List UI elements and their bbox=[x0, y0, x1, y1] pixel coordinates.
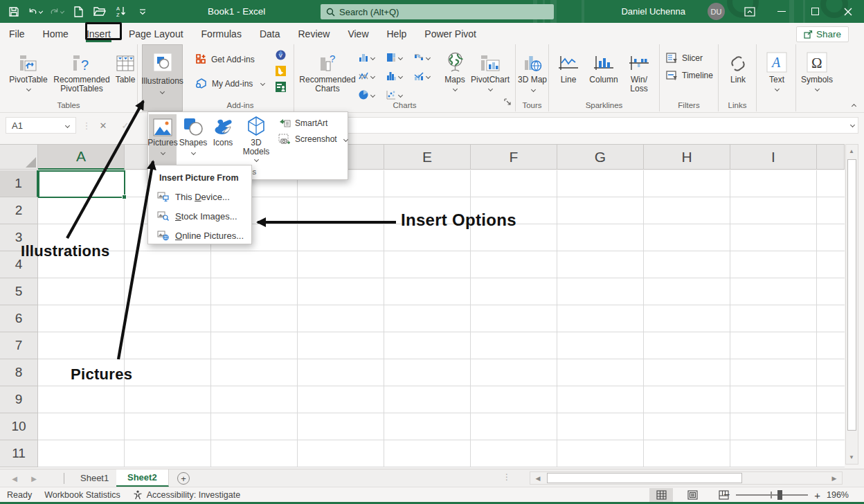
menu-item-stock-images[interactable]: Stock Images... bbox=[148, 206, 251, 226]
link-button[interactable]: Link bbox=[724, 44, 752, 84]
user-name[interactable]: Daniel Uchenna bbox=[621, 0, 685, 23]
minimize-button[interactable] bbox=[770, 0, 793, 23]
menu-item-this-device[interactable]: This Device... bbox=[148, 187, 251, 206]
vertical-scrollbar[interactable]: ▲ ▼ bbox=[845, 144, 858, 465]
pictures-button[interactable]: Pictures bbox=[149, 114, 177, 168]
sparkline-line-button[interactable]: Line bbox=[553, 44, 584, 84]
3d-map-button[interactable]: 3D Map bbox=[517, 44, 548, 93]
charts-dialog-launcher[interactable] bbox=[504, 96, 511, 108]
cancel-icon[interactable]: ✕ bbox=[94, 117, 112, 134]
column-header-e[interactable]: E bbox=[384, 144, 471, 170]
column-header-stub[interactable] bbox=[817, 144, 845, 170]
column-header-a[interactable]: A bbox=[38, 144, 125, 170]
selected-cell-a1[interactable] bbox=[38, 170, 125, 198]
undo-icon[interactable] bbox=[28, 4, 42, 19]
maximize-button[interactable] bbox=[803, 0, 827, 23]
select-all-corner[interactable] bbox=[0, 144, 38, 170]
tabbar-splitter-dots[interactable]: ⋮ bbox=[503, 472, 511, 482]
scroll-right-arrow[interactable]: ▶ bbox=[827, 472, 842, 484]
name-box-chevron[interactable] bbox=[65, 123, 70, 127]
text-button[interactable]: A Text bbox=[764, 44, 790, 91]
row-header-6[interactable]: 6 bbox=[0, 305, 38, 332]
row-header-2[interactable]: 2 bbox=[0, 197, 38, 224]
column-header-f[interactable]: F bbox=[471, 144, 557, 170]
tab-file[interactable]: File bbox=[0, 23, 34, 44]
insert-hierarchy-chart-button[interactable] bbox=[386, 48, 413, 66]
tab-formulas[interactable]: Formulas bbox=[192, 23, 251, 44]
slicer-button[interactable]: Slicer bbox=[666, 53, 703, 64]
undo-dropdown-chevron[interactable] bbox=[39, 9, 43, 13]
my-addins-button[interactable]: My Add-ins bbox=[195, 78, 264, 89]
sheet-tab-sheet1[interactable]: Sheet1 bbox=[69, 469, 120, 487]
row-header-10[interactable]: 10 bbox=[0, 413, 38, 440]
menu-item-online-pictures[interactable]: Online Pictures... bbox=[148, 226, 251, 245]
icons-button[interactable]: Icons bbox=[210, 114, 236, 168]
shapes-button[interactable]: Shapes bbox=[177, 114, 209, 168]
insert-waterfall-chart-button[interactable] bbox=[413, 48, 441, 66]
tab-power-pivot[interactable]: Power Pivot bbox=[415, 23, 485, 44]
row-header-1[interactable]: 1 bbox=[0, 170, 38, 197]
ribbon-display-options-icon[interactable] bbox=[738, 0, 762, 23]
zoom-slider[interactable] bbox=[736, 494, 808, 496]
screenshot-button[interactable]: Screenshot bbox=[278, 134, 348, 145]
sheet-nav-left-arrow[interactable]: ◀ bbox=[6, 469, 24, 487]
avatar[interactable]: DU bbox=[708, 3, 725, 20]
get-addins-button[interactable]: Get Add-ins bbox=[195, 53, 255, 65]
zoom-slider-thumb[interactable] bbox=[777, 490, 782, 500]
column-header-h[interactable]: H bbox=[644, 144, 730, 170]
row-header-8[interactable]: 8 bbox=[0, 359, 38, 386]
new-file-icon[interactable] bbox=[71, 4, 85, 19]
normal-view-button[interactable] bbox=[649, 488, 673, 502]
fill-handle[interactable] bbox=[122, 195, 127, 199]
pivotchart-button[interactable]: PivotChart bbox=[469, 44, 512, 91]
page-layout-view-button[interactable] bbox=[681, 488, 704, 502]
bing-addin-icon[interactable] bbox=[276, 66, 286, 76]
scroll-down-arrow[interactable]: ▼ bbox=[849, 454, 854, 460]
name-box[interactable]: A1 bbox=[6, 117, 76, 134]
illustrations-button[interactable]: Illustrations bbox=[142, 44, 183, 111]
table-button[interactable]: Table bbox=[113, 44, 138, 84]
new-sheet-button[interactable]: + bbox=[177, 472, 190, 485]
zoom-level[interactable]: 196% bbox=[827, 490, 849, 500]
tab-data[interactable]: Data bbox=[251, 23, 289, 44]
column-header-g[interactable]: G bbox=[557, 144, 644, 170]
column-header-i[interactable]: I bbox=[730, 144, 817, 170]
horizontal-scrollbar[interactable]: ◀ ▶ bbox=[530, 471, 843, 485]
visio-addin-icon[interactable]: V bbox=[276, 50, 286, 60]
vertical-scroll-thumb[interactable] bbox=[847, 159, 856, 431]
workbook-statistics-button[interactable]: Workbook Statistics bbox=[44, 490, 120, 500]
smartart-button[interactable]: SmartArt bbox=[278, 118, 327, 128]
recommended-pivottables-button[interactable]: ? Recommended PivotTables bbox=[50, 44, 114, 93]
sparkline-winloss-button[interactable]: Win/ Loss bbox=[623, 44, 655, 93]
collapse-ribbon-chevron[interactable] bbox=[852, 104, 856, 109]
horizontal-scroll-thumb[interactable] bbox=[547, 473, 742, 483]
row-header-7[interactable]: 7 bbox=[0, 332, 38, 359]
people-graph-addin-icon[interactable] bbox=[276, 82, 286, 92]
row-header-5[interactable]: 5 bbox=[0, 278, 38, 305]
row-header-9[interactable]: 9 bbox=[0, 386, 38, 413]
3d-models-button[interactable]: 3D Models bbox=[237, 114, 276, 172]
zoom-out-button[interactable]: − bbox=[723, 489, 730, 501]
sort-az-icon[interactable]: AZ bbox=[114, 4, 128, 19]
timeline-button[interactable]: Timeline bbox=[666, 70, 713, 81]
insert-column-chart-button[interactable] bbox=[358, 48, 386, 66]
insert-line-chart-button[interactable] bbox=[358, 67, 386, 85]
accessibility-button[interactable]: Accessibility: Investigate bbox=[133, 490, 240, 500]
tab-home[interactable]: Home bbox=[34, 23, 78, 44]
scroll-up-arrow[interactable]: ▲ bbox=[849, 148, 854, 154]
close-button[interactable] bbox=[836, 0, 860, 23]
share-button[interactable]: Share bbox=[796, 26, 849, 42]
search-input[interactable]: Search (Alt+Q) bbox=[321, 4, 554, 19]
insert-histogram-chart-button[interactable] bbox=[386, 67, 413, 85]
zoom-in-button[interactable]: + bbox=[814, 489, 820, 501]
row-header-11[interactable]: 11 bbox=[0, 440, 38, 467]
sparkline-column-button[interactable]: Column bbox=[586, 44, 622, 84]
recommended-charts-button[interactable]: ? Recommended Charts bbox=[298, 44, 357, 93]
open-folder-icon[interactable] bbox=[93, 4, 107, 19]
maps-button[interactable]: Maps bbox=[441, 44, 469, 91]
customize-qat-chevron[interactable] bbox=[136, 4, 150, 19]
tab-review[interactable]: Review bbox=[289, 23, 339, 44]
pivottable-button[interactable]: PivotTable bbox=[7, 44, 50, 91]
tab-help[interactable]: Help bbox=[378, 23, 416, 44]
sheet-tab-sheet2[interactable]: Sheet2 bbox=[116, 469, 169, 487]
